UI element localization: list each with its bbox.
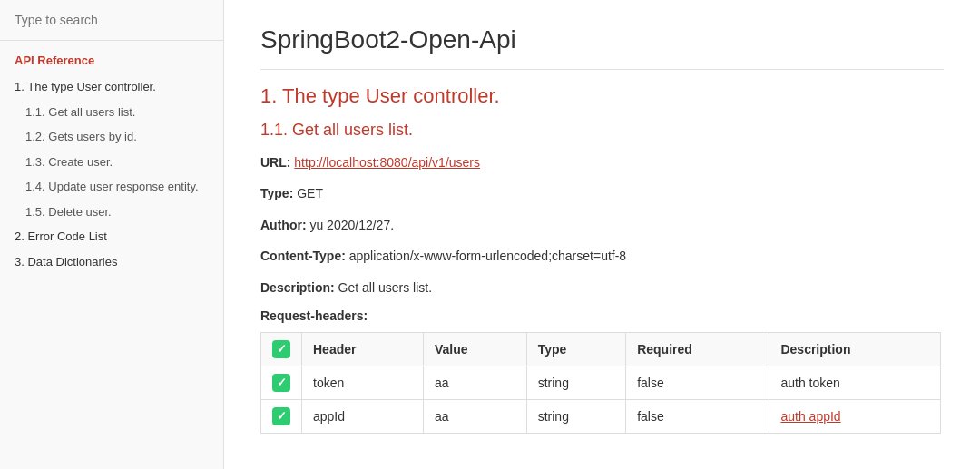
section1-title: 1. The type User controller. bbox=[260, 84, 944, 108]
cell-type: string bbox=[526, 399, 625, 433]
sidebar-item-item-1[interactable]: 1. The type User controller. bbox=[0, 74, 223, 100]
table-header-row: ✓ Header Value Type Required Description bbox=[261, 332, 941, 366]
main-content: SpringBoot2-Open-Api 1. The type User co… bbox=[224, 0, 980, 469]
sidebar-item-item-1-1[interactable]: 1.1. Get all users list. bbox=[0, 100, 223, 125]
author-row: Author: yu 2020/12/27. bbox=[260, 215, 944, 235]
request-headers-label: Request-headers: bbox=[260, 308, 944, 323]
url-row: URL: http://localhost:8080/api/v1/users bbox=[260, 152, 944, 172]
sidebar-item-item-1-3[interactable]: 1.3. Create user. bbox=[0, 150, 223, 175]
description-label: Description: bbox=[260, 280, 335, 295]
col-required: Required bbox=[626, 332, 769, 366]
cell-required: false bbox=[626, 366, 769, 399]
cell-value: aa bbox=[423, 399, 526, 433]
cell-header: token bbox=[302, 366, 424, 399]
page-title: SpringBoot2-Open-Api bbox=[260, 25, 944, 70]
sidebar: API Reference 1. The type User controlle… bbox=[0, 0, 224, 469]
sidebar-item-item-1-2[interactable]: 1.2. Gets users by id. bbox=[0, 124, 223, 150]
sidebar-nav: 1. The type User controller.1.1. Get all… bbox=[0, 74, 223, 285]
col-value: Value bbox=[423, 332, 526, 366]
content-type-value-text: application/x-www-form-urlencoded;charse… bbox=[349, 249, 626, 263]
sidebar-item-item-3[interactable]: 3. Data Dictionaries bbox=[0, 249, 223, 275]
search-box[interactable] bbox=[0, 0, 223, 41]
cell-header: appId bbox=[302, 399, 424, 433]
request-headers-table: ✓ Header Value Type Required Description… bbox=[260, 332, 941, 434]
header-check-icon: ✓ bbox=[272, 340, 290, 358]
col-type: Type bbox=[526, 332, 625, 366]
type-label: Type: bbox=[260, 186, 293, 200]
table-row: ✓appIdaastringfalseauth appId bbox=[261, 399, 941, 433]
col-description: Description bbox=[769, 332, 941, 366]
check-icon: ✓ bbox=[272, 374, 290, 392]
cell-value: aa bbox=[423, 366, 526, 399]
url-link[interactable]: http://localhost:8080/api/v1/users bbox=[294, 155, 480, 170]
author-value-text: yu 2020/12/27. bbox=[309, 218, 394, 232]
author-label: Author: bbox=[260, 218, 307, 232]
sidebar-item-item-1-5[interactable]: 1.5. Delete user. bbox=[0, 200, 223, 225]
type-row: Type: GET bbox=[260, 183, 944, 203]
description-link[interactable]: auth appId bbox=[780, 409, 840, 424]
col-header: Header bbox=[302, 332, 424, 366]
description-value-text: Get all users list. bbox=[338, 280, 432, 295]
table-body: ✓tokenaastringfalseauth token✓appIdaastr… bbox=[261, 366, 941, 433]
search-input[interactable] bbox=[15, 13, 209, 27]
col-check: ✓ bbox=[261, 332, 302, 366]
sidebar-section-title: API Reference bbox=[0, 41, 223, 74]
cell-description: auth appId bbox=[769, 399, 941, 433]
row-check-cell: ✓ bbox=[261, 366, 302, 399]
cell-description: auth token bbox=[769, 366, 941, 399]
row-check-cell: ✓ bbox=[261, 399, 302, 433]
cell-type: string bbox=[526, 366, 625, 399]
type-value-text: GET bbox=[297, 186, 323, 200]
check-icon: ✓ bbox=[272, 407, 290, 425]
description-row: Description: Get all users list. bbox=[260, 278, 944, 298]
subsection1-title: 1.1. Get all users list. bbox=[260, 121, 944, 140]
cell-required: false bbox=[626, 399, 769, 433]
sidebar-item-item-1-4[interactable]: 1.4. Update user response entity. bbox=[0, 174, 223, 200]
sidebar-item-item-2[interactable]: 2. Error Code List bbox=[0, 224, 223, 249]
table-row: ✓tokenaastringfalseauth token bbox=[261, 366, 941, 399]
url-label: URL: bbox=[260, 155, 290, 170]
content-type-row: Content-Type: application/x-www-form-url… bbox=[260, 246, 944, 266]
content-type-label: Content-Type: bbox=[260, 249, 346, 263]
